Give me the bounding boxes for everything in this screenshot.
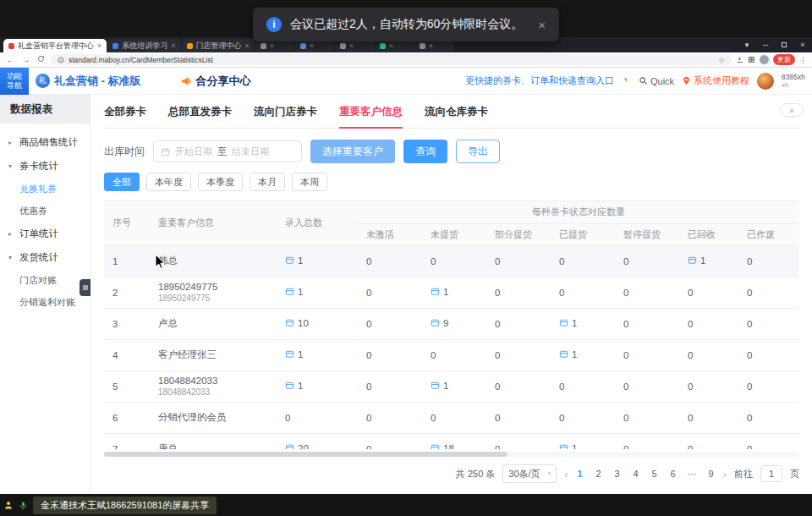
cell-seq: 3: [104, 308, 150, 339]
user-avatar[interactable]: [757, 73, 774, 90]
bookmark-star-icon[interactable]: ☆: [718, 56, 725, 64]
card-icon: [559, 349, 568, 359]
filter-chip[interactable]: 本季度: [198, 173, 243, 191]
scrollbar-thumb[interactable]: [104, 452, 508, 457]
card-icon: [285, 318, 294, 327]
tab-close-icon[interactable]: ×: [270, 41, 274, 50]
header-right: 更快捷的券卡、订单和快递查询入口 Quick 系统使用教程 8385xh xh: [465, 73, 812, 90]
sidebar-item[interactable]: ▸商品销售统计: [0, 130, 90, 154]
sidebar-subitem[interactable]: 优惠券: [0, 200, 90, 222]
status-column-header: 已作废: [738, 223, 799, 245]
goto-label: 前往: [734, 468, 753, 480]
pin-icon: [682, 76, 691, 85]
maximize-button[interactable]: [775, 37, 793, 52]
cell-status: 0: [679, 339, 738, 371]
megaphone-icon: [180, 75, 192, 87]
select-customer-button[interactable]: 选择重要客户: [310, 140, 395, 163]
quick-search[interactable]: Quick: [639, 76, 674, 86]
sidebar-subitem[interactable]: 分销返利对账: [0, 291, 90, 313]
date-range-picker[interactable]: 开始日期 至 结束日期: [153, 140, 302, 162]
sidebar-item[interactable]: ▾券卡统计: [0, 154, 90, 178]
page-number[interactable]: 2: [595, 469, 603, 479]
browser-menu-icon[interactable]: ⋮: [799, 56, 807, 64]
cell-total: 10: [277, 308, 358, 339]
forward-icon[interactable]: →: [20, 56, 31, 64]
page-number[interactable]: 6: [669, 469, 678, 479]
filter-chip[interactable]: 本周: [292, 173, 327, 191]
cell-seq: 4: [104, 339, 150, 371]
toast-close-icon[interactable]: ×: [538, 18, 546, 32]
page-number[interactable]: 5: [650, 469, 659, 479]
filter-chip[interactable]: 本月: [250, 173, 285, 191]
tab-close-icon[interactable]: ×: [310, 41, 314, 50]
content-tab[interactable]: 流向仓库券卡: [425, 105, 488, 128]
chevron-down-icon: ▾: [548, 470, 551, 477]
caret-down-icon: ▾: [8, 162, 15, 170]
next-page-icon[interactable]: ›: [723, 468, 727, 480]
tutorial-link[interactable]: 系统使用教程: [682, 74, 749, 87]
sidebar-subitem[interactable]: 兑换礼券: [0, 178, 90, 200]
close-button[interactable]: ×: [793, 37, 812, 52]
tab-close-icon[interactable]: ×: [171, 41, 175, 50]
page-number[interactable]: 9: [707, 469, 716, 479]
reload-icon[interactable]: [36, 55, 47, 64]
tab-close-icon[interactable]: ×: [429, 41, 433, 50]
profile-avatar[interactable]: [760, 55, 769, 64]
quick-entry-link[interactable]: 更快捷的券卡、订单和快递查询入口: [465, 74, 614, 87]
sidebar-collapse-handle[interactable]: [80, 279, 91, 296]
cell-status: 0: [738, 371, 799, 402]
page-number[interactable]: 1: [576, 469, 584, 479]
cell-status: 0: [615, 402, 679, 433]
cell-status: 0: [486, 402, 551, 433]
tab-close-icon[interactable]: ×: [349, 41, 354, 50]
maximize-icon: [782, 42, 787, 47]
sidebar-item[interactable]: ▸订单统计: [0, 222, 90, 245]
back-icon[interactable]: ←: [5, 56, 16, 64]
filter-chip[interactable]: 本年度: [146, 173, 191, 191]
content-tabs: 全部券卡总部直发券卡流向门店券卡重要客户信息流向仓库券卡: [104, 95, 799, 129]
browser-tab[interactable]: 门店管理中心×: [182, 39, 255, 52]
cell-status: 0: [738, 339, 799, 371]
tab-close-icon[interactable]: ×: [97, 41, 102, 50]
sidebar-subitem[interactable]: 门店对账: [0, 269, 90, 291]
page-size-select[interactable]: 30条/页 ▾: [502, 464, 557, 483]
tab-close-icon[interactable]: ×: [245, 41, 250, 50]
goto-page-input[interactable]: [760, 465, 782, 482]
search-button[interactable]: 查询: [403, 140, 447, 163]
page-number[interactable]: 3: [613, 469, 622, 479]
tab-list-caret-icon[interactable]: ▾: [738, 37, 756, 52]
url-bar[interactable]: standard.maboy.cn/CardMemberStatisticsLi…: [51, 54, 732, 65]
customer-name: 客户经理张三: [158, 349, 277, 361]
cell-status: 0: [738, 402, 799, 433]
minimize-button[interactable]: ─: [756, 37, 775, 52]
tab-close-icon[interactable]: ×: [389, 41, 393, 50]
export-button[interactable]: 导出: [456, 140, 500, 163]
content-tab[interactable]: 总部直发券卡: [168, 105, 232, 128]
function-nav-button[interactable]: 功能 导航: [0, 68, 29, 95]
content-tab[interactable]: 全部券卡: [104, 105, 146, 128]
sidebar-item-label: 订单统计: [19, 228, 58, 240]
filter-chip[interactable]: 全部: [104, 173, 140, 191]
prev-page-icon[interactable]: ‹: [564, 468, 568, 480]
brand-name: 礼盒营销 - 标准版: [54, 74, 141, 89]
tab-favicon-icon: [340, 43, 346, 49]
cell-status: 0: [615, 308, 679, 339]
page-unit: 页: [790, 468, 799, 480]
update-badge[interactable]: 更新: [773, 54, 795, 65]
meeting-toast: i 会议已超过2人，自动转为60分钟限时会议。 ×: [253, 8, 559, 41]
panel-collapse-button[interactable]: »: [780, 103, 804, 117]
share-center-link[interactable]: 合分享中心: [180, 74, 251, 89]
window-controls: ▾ ─ ×: [738, 37, 812, 52]
browser-tab[interactable]: 礼盒营销平台管理中心×: [3, 39, 107, 52]
browser-tab[interactable]: 系统培训学习×: [107, 39, 180, 52]
cell-status: 0: [358, 245, 422, 277]
site-info-icon[interactable]: [58, 57, 64, 63]
extensions-icon[interactable]: [748, 56, 755, 63]
page-number[interactable]: 4: [632, 469, 640, 479]
share-center-label: 合分享中心: [196, 74, 251, 89]
url-text: standard.maboy.cn/CardMemberStatisticsLi…: [69, 56, 213, 64]
sidebar-item[interactable]: ▾发货统计: [0, 245, 90, 269]
download-icon[interactable]: [736, 56, 743, 63]
content-tab[interactable]: 流向门店券卡: [254, 105, 317, 128]
content-tab[interactable]: 重要客户信息: [339, 105, 403, 128]
